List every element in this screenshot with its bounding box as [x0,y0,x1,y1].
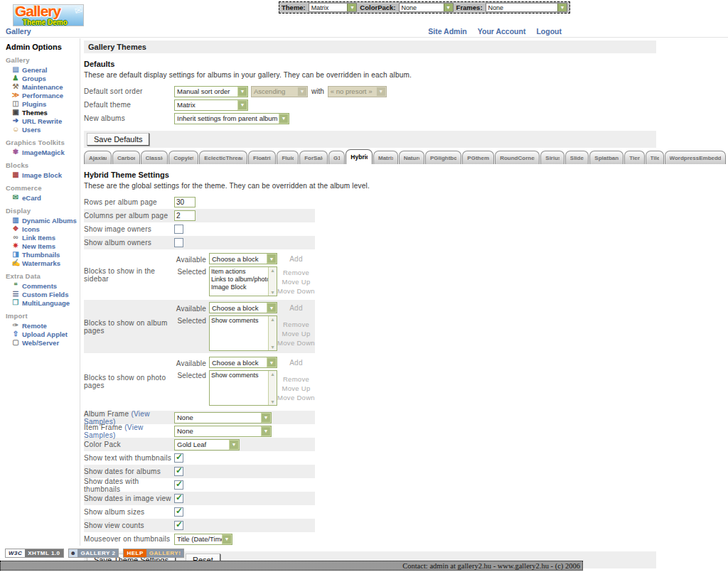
sidebar-item[interactable]: ▢ Web/Server [6,338,80,347]
sidebar-item[interactable]: ✷ New Items [6,242,80,250]
theme-tab[interactable]: ForSale [299,151,328,164]
default-theme-select[interactable]: Matrix ▼ [174,99,248,111]
sidebar-item[interactable]: ➔ URL Rewrite [6,117,80,125]
show-dates-albums-checkbox[interactable] [174,467,183,476]
album-frame-select[interactable]: None ▼ [174,412,272,423]
add-action[interactable]: Add [277,304,315,312]
chevron-down-icon[interactable]: ▼ [267,357,277,367]
chevron-down-icon[interactable]: ▼ [347,4,356,11]
list-option[interactable]: Show comments [211,372,268,379]
chevron-down-icon[interactable]: ▼ [237,87,247,97]
sort-order-select[interactable]: Manual sort order ▼ [174,86,248,97]
theme-select[interactable]: Matrix ▼ [309,3,358,12]
sidebar-item[interactable]: ◫ Plugins [6,99,80,108]
available-block-select[interactable]: Choose a block ▼ [209,357,277,368]
sidebar-item[interactable]: ⇧ Upload Applet [6,330,80,338]
show-dates-image-view-checkbox[interactable] [174,494,183,503]
sidebar-item[interactable]: ♟ Groups [6,74,80,82]
gallery2-badge[interactable]: ☻ GALLERY 2 [68,549,119,558]
theme-tab[interactable]: Fluid [277,151,299,164]
theme-tab[interactable]: Matrix [373,151,398,164]
chevron-down-icon[interactable]: ▼ [267,303,277,313]
breadcrumb[interactable]: Gallery [6,27,31,36]
sidebar-item[interactable]: ❝ Comments [6,281,80,290]
listbox-scrollbar[interactable]: ▲ ▼ [268,371,277,405]
theme-tab[interactable]: Nature [399,151,424,164]
color-pack-select[interactable]: Gold Leaf ▼ [174,439,240,450]
theme-tab[interactable]: Tile [646,151,664,164]
available-block-select[interactable]: Choose a block ▼ [209,302,277,313]
add-action[interactable]: Add [277,359,315,367]
remove-action[interactable]: Remove [277,320,315,329]
colorpack-select[interactable]: None ▼ [399,3,454,12]
theme-tab[interactable]: WordpressEmbedded [665,151,726,164]
sidebar-item[interactable]: ▦ Image Block [6,171,80,179]
selected-blocks-list[interactable]: Show comments ▲ ▼ [209,370,277,406]
chevron-down-icon[interactable]: ▼ [222,534,232,544]
theme-tab[interactable]: Floatrix [248,151,276,164]
selected-blocks-list[interactable]: Item actionsLinks to album/photo peersIm… [209,266,277,296]
sidebar-item[interactable]: ☰ Custom Fields [6,290,80,298]
move-up-action[interactable]: Move Up [277,384,315,393]
sidebar-item[interactable]: ✾ ImageMagick [6,148,80,156]
item-frame-select[interactable]: None ▼ [174,426,272,437]
chevron-down-icon[interactable]: ▼ [267,254,277,264]
sidebar-item[interactable]: ▤ General [6,65,80,74]
listbox-scrollbar[interactable]: ▲ ▼ [268,316,277,350]
show-dates-thumbnails-checkbox[interactable] [174,480,183,490]
theme-tab[interactable]: PGtheme [462,151,494,164]
theme-tab[interactable]: Classic [141,151,168,164]
sidebar-item[interactable]: ☺ Users [6,125,80,134]
chevron-down-icon[interactable]: ▼ [237,100,247,110]
frames-select[interactable]: None ▼ [486,3,567,12]
help-gallery-badge[interactable]: HELP GALLERY! [123,549,184,558]
move-down-action[interactable]: Move Down [277,393,315,402]
chevron-down-icon[interactable]: ▼ [444,4,453,11]
theme-tab[interactable]: PGlightbox [425,151,461,164]
nav-link[interactable]: Logout [536,27,562,36]
w3c-xhtml-badge[interactable]: W3C XHTML 1.0 [5,549,64,558]
listbox-scrollbar[interactable]: ▲ ▼ [268,267,277,296]
list-option[interactable]: Image Block [211,284,268,291]
gallery-logo[interactable]: Gallery ✉ Theme Demo [13,4,84,26]
show-view-counts-checkbox[interactable] [174,521,183,530]
show-album-owners-checkbox[interactable] [174,238,183,247]
list-option[interactable]: Show comments [211,317,268,325]
sidebar-item[interactable]: ▣ Themes [6,108,80,117]
theme-tab[interactable]: Copyleft [168,151,198,164]
sidebar-item[interactable]: ∞ Link Items [6,233,80,242]
nav-link[interactable]: Your Account [478,27,526,36]
chevron-down-icon[interactable]: ▼ [229,440,239,450]
theme-tab[interactable]: RoundCorners [495,151,540,164]
selected-blocks-list[interactable]: Show comments ▲ ▼ [209,315,277,351]
sidebar-item[interactable]: ✑ Remote [6,321,80,330]
move-up-action[interactable]: Move Up [277,277,315,286]
sidebar-item[interactable]: ✍ Watermarks [6,259,80,267]
chevron-down-icon[interactable]: ▼ [279,114,289,124]
sidebar-item[interactable]: ❖ Icons [6,225,80,233]
theme-tab[interactable]: Sirius [540,151,564,164]
theme-tab[interactable]: Splatbang [589,151,623,164]
theme-tab[interactable]: Ajaxian [84,151,112,164]
move-down-action[interactable]: Move Down [277,338,315,347]
theme-tab[interactable]: Slider [565,151,589,164]
scroll-up-icon[interactable]: ▲ [270,372,275,377]
chevron-down-icon[interactable]: ▼ [557,4,567,11]
remove-action[interactable]: Remove [277,268,315,277]
add-action[interactable]: Add [277,255,315,263]
show-text-thumbnails-checkbox[interactable] [174,453,183,463]
new-albums-select[interactable]: Inherit settings from parent album ▼ [174,113,289,124]
sidebar-item[interactable]: ❒ MultiLanguage [6,298,80,307]
theme-tab[interactable]: G1 [328,151,345,164]
cols-per-page-input[interactable] [174,210,196,221]
sidebar-item[interactable]: ◨ Thumbnails [6,250,80,259]
show-album-sizes-checkbox[interactable] [174,507,183,517]
chevron-down-icon[interactable]: ▼ [261,426,271,436]
rows-per-page-input[interactable] [174,197,196,207]
available-block-select[interactable]: Choose a block ▼ [209,253,277,264]
move-up-action[interactable]: Move Up [277,329,315,338]
theme-tab[interactable]: Carbon [112,151,140,164]
mouseover-select[interactable]: Title (Date/Time) ▼ [174,534,232,545]
sidebar-item[interactable]: ▥ Dynamic Albums [6,216,80,225]
sidebar-item[interactable]: ✉ eCard [6,193,80,202]
